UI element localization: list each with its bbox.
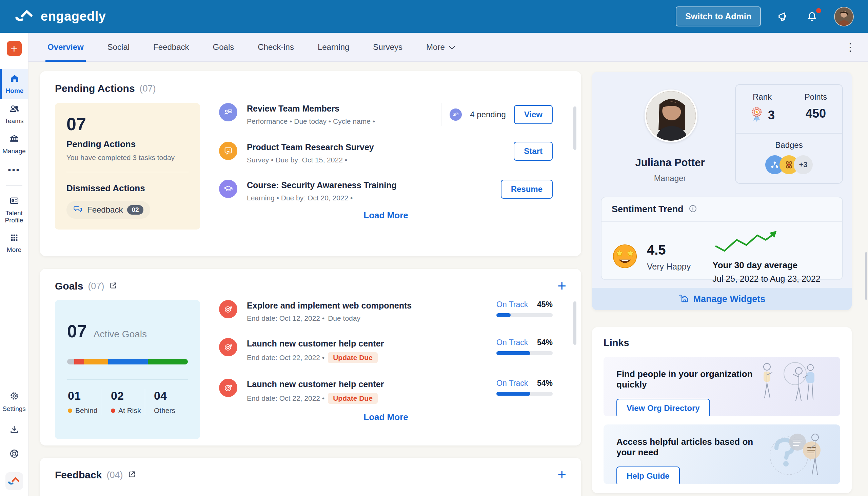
external-link-icon[interactable]: [109, 281, 118, 291]
goals-header: Goals (07): [55, 280, 566, 292]
more-badges-count[interactable]: +3: [794, 155, 813, 174]
goal-segment: [148, 359, 187, 365]
row-meta: Performance • Due today • Cycle name •: [247, 117, 375, 125]
card-title: Feedback: [55, 469, 102, 481]
active-goals-count: 07: [67, 321, 87, 341]
target-icon: [219, 379, 237, 397]
card-title: Pending Actions: [55, 83, 135, 94]
sidebar-item-talent-profile[interactable]: Talent Profile: [0, 191, 28, 229]
row-divider: [441, 103, 441, 126]
sidebar-item-more[interactable]: More: [0, 229, 28, 258]
profile-avatar[interactable]: [645, 90, 697, 142]
pending-actions-header: Pending Actions (07): [55, 83, 566, 94]
progress-track: [496, 351, 553, 355]
user-avatar[interactable]: [834, 7, 854, 27]
goal-segment: [108, 359, 148, 365]
widgets-gear-house-icon: [679, 294, 688, 305]
goal-row-3[interactable]: Launch new customer help center End date…: [219, 379, 553, 404]
survey-icon: [219, 142, 237, 160]
tab-social[interactable]: Social: [106, 33, 131, 61]
card-count: (04): [107, 470, 123, 480]
chip-count-pill: 02: [127, 205, 143, 215]
stat-others: 04 Others: [145, 389, 188, 415]
pending-row-learning[interactable]: Course: Security Awareness Training Lear…: [219, 180, 553, 202]
tab-learning[interactable]: Learning: [316, 33, 351, 61]
row-meta: Survey • Due by: Oct 15, 2022 •: [247, 156, 374, 164]
brand-logo[interactable]: engagedly: [14, 9, 106, 25]
status-label: On Track: [496, 300, 528, 309]
topbar-actions: Switch to Admin: [676, 6, 854, 27]
left-sidebar: + Home Teams: [0, 33, 29, 496]
manage-widgets-button[interactable]: Manage Widgets: [592, 288, 852, 310]
switch-to-admin-button[interactable]: Switch to Admin: [676, 6, 761, 27]
sidebar-divider: [6, 185, 22, 186]
sidebar-item-settings[interactable]: Settings: [2, 390, 26, 413]
tab-goals[interactable]: Goals: [211, 33, 236, 61]
goals-load-more-link[interactable]: Load More: [363, 412, 408, 422]
start-button[interactable]: Start: [514, 142, 553, 161]
goal-segment: [67, 359, 74, 365]
page-scrollbar-thumb[interactable]: [865, 252, 867, 300]
external-link-icon[interactable]: [127, 470, 136, 480]
goals-stats: 01 Behind 02 At Risk 04 Others: [67, 389, 188, 415]
sidebar-item-home[interactable]: Home: [0, 69, 28, 99]
engagedly-mini-logo[interactable]: [5, 472, 23, 490]
goals-card: Goals (07) + 07 Active Goals: [40, 269, 581, 446]
pending-row-survey[interactable]: Product Team Research Survey Survey • Du…: [219, 142, 553, 164]
resume-button[interactable]: Resume: [501, 180, 553, 199]
pending-load-more-link[interactable]: Load More: [363, 210, 408, 221]
chevron-down-icon: [448, 42, 456, 52]
status-label: On Track: [496, 338, 528, 347]
quick-add-button[interactable]: +: [7, 41, 22, 56]
tab-feedback[interactable]: Feedback: [151, 33, 191, 61]
info-icon[interactable]: [688, 204, 697, 215]
sentiment-score: 4.5: [647, 243, 691, 258]
view-button[interactable]: View: [514, 105, 553, 124]
goals-list: Explore and implement web components End…: [219, 300, 566, 439]
view-org-directory-button[interactable]: View Org Directory: [616, 399, 710, 416]
pending-row-review[interactable]: Review Team Members Performance • Due to…: [219, 103, 553, 126]
goal-row-1[interactable]: Explore and implement web components End…: [219, 300, 553, 322]
pending-count-big: 07: [66, 114, 188, 134]
star-struck-emoji: [612, 243, 638, 271]
pending-note: You have completed 3 tasks today: [66, 154, 188, 162]
people-illustration: [757, 357, 828, 412]
notifications-bell-icon[interactable]: [805, 10, 819, 24]
pending-scrollbar-thumb[interactable]: [573, 106, 576, 150]
sentiment-average-label: Your 30 day average: [712, 260, 820, 270]
sidebar-item-manage[interactable]: Manage: [0, 129, 28, 159]
sentiment-date-range: Jul 25, 2022 to Aug 23, 2022: [712, 274, 820, 284]
help-lifebuoy-icon[interactable]: [9, 448, 20, 461]
tab-check-ins[interactable]: Check-ins: [255, 33, 296, 61]
profile-card: Juliana Potter Manager Rank: [592, 72, 852, 310]
pending-count-label: 4 pending: [470, 110, 506, 119]
dismissed-feedback-chip[interactable]: Feedback 02: [66, 201, 150, 219]
summary-divider: [66, 172, 188, 172]
sentiment-mood: Very Happy: [647, 262, 691, 272]
progress-fill: [496, 351, 530, 355]
right-column: Juliana Potter Manager Rank: [592, 72, 852, 493]
goal-row-2[interactable]: Launch new customer help center End date…: [219, 338, 553, 363]
notification-dot: [816, 8, 821, 13]
goals-scrollbar-thumb[interactable]: [573, 301, 576, 345]
at-risk-dot: [111, 408, 115, 413]
megaphone-icon[interactable]: [776, 10, 790, 24]
add-goal-button[interactable]: +: [557, 278, 566, 293]
tab-more[interactable]: More: [424, 33, 458, 61]
graduation-cap-icon: [219, 180, 237, 198]
sidebar-item-teams[interactable]: Teams: [0, 99, 28, 129]
tab-surveys[interactable]: Surveys: [371, 33, 404, 61]
tab-overview[interactable]: Overview: [45, 33, 86, 61]
add-feedback-button[interactable]: +: [557, 467, 566, 482]
goals-summary-box: 07 Active Goals 01 Behind 02: [55, 300, 200, 439]
points-value: 450: [806, 106, 826, 121]
medal-icon: [750, 106, 764, 124]
chat-bubbles-icon: [73, 205, 83, 215]
help-guide-button[interactable]: Help Guide: [616, 466, 680, 484]
update-due-badge: Update Due: [328, 393, 378, 404]
pending-summary-box: 07 Pending Actions You have completed 3 …: [55, 103, 200, 230]
goal-progress: On Track 54%: [496, 338, 553, 355]
sidebar-more-dots[interactable]: •••: [8, 159, 20, 181]
download-icon[interactable]: [9, 424, 20, 436]
tabbar-kebab-menu-icon[interactable]: ⋮: [841, 38, 859, 56]
